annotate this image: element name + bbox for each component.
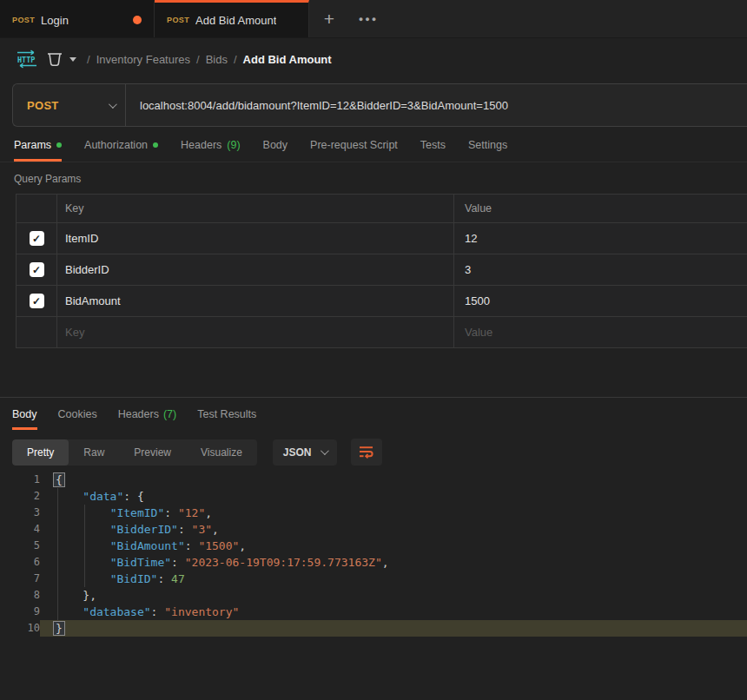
response-tab-headers[interactable]: Headers(7): [118, 408, 177, 430]
code-token: [56, 572, 110, 585]
code-line: 8 },: [0, 587, 747, 604]
collection-icon[interactable]: [45, 50, 64, 68]
param-key-cell[interactable]: ItemID: [57, 223, 454, 254]
code-token: ,: [239, 539, 246, 552]
new-tab-button[interactable]: +: [309, 0, 349, 37]
table-body: ✓ItemID12✓BidderID3✓BidAmount1500: [17, 223, 747, 317]
breadcrumb-separator: /: [87, 53, 90, 66]
breadcrumb-segment[interactable]: Inventory Features: [96, 53, 190, 66]
breadcrumb-segment[interactable]: Bids: [206, 53, 228, 66]
query-params-label: Query Params: [0, 162, 747, 194]
breadcrumb-segment[interactable]: Add Bid Amount: [243, 53, 332, 66]
code-token: : {: [123, 490, 143, 503]
tab-label: Body: [263, 139, 288, 151]
indent-guide: [57, 488, 58, 620]
checkbox-column-header: [17, 195, 57, 222]
code-token: "inventory": [164, 605, 239, 618]
tab-body[interactable]: Body: [263, 139, 288, 162]
line-number: 8: [0, 587, 40, 604]
tab-title: Add Bid Amount: [195, 14, 276, 27]
value-placeholder: Value: [465, 326, 492, 339]
code-token: :: [171, 556, 185, 569]
key-input[interactable]: Key: [57, 317, 454, 347]
param-value-cell[interactable]: 1500: [454, 286, 747, 316]
wrap-lines-icon: [359, 446, 374, 459]
param-key: BidAmount: [65, 294, 121, 307]
more-options-button[interactable]: ●●●: [349, 0, 387, 37]
param-key-cell[interactable]: BidAmount: [57, 286, 454, 316]
code-line: 1{: [0, 472, 747, 488]
checked-checkbox[interactable]: ✓: [30, 231, 44, 246]
tab-params[interactable]: Params: [14, 139, 62, 162]
tab-settings[interactable]: Settings: [468, 139, 507, 162]
tab-label: Pre-request Script: [310, 139, 398, 151]
code-token: [56, 490, 83, 503]
code-line-content: "data": {: [40, 488, 747, 505]
view-mode-visualize[interactable]: Visualize: [186, 439, 257, 466]
url-bar: POST localhost:8004/add/bidamount?ItemID…: [12, 83, 747, 127]
code-token: "12": [178, 506, 205, 519]
tab-tests[interactable]: Tests: [420, 139, 446, 162]
checkbox-cell: ✓: [17, 223, 57, 254]
value-column-header: Value: [454, 195, 747, 222]
code-token: [56, 605, 83, 618]
view-mode-raw[interactable]: Raw: [69, 439, 119, 466]
method-label: POST: [27, 99, 102, 112]
view-mode-pretty[interactable]: Pretty: [12, 439, 69, 466]
value-input[interactable]: Value: [454, 317, 747, 347]
response-body-editor[interactable]: 1{2 "data": {3 "ItemID": "12",4 "BidderI…: [0, 472, 747, 700]
code-line-content: },: [40, 587, 747, 604]
breadcrumb-separator: /: [196, 53, 200, 66]
response-section: BodyCookiesHeaders(7)Test Results Pretty…: [0, 397, 747, 700]
breadcrumb: /Inventory Features/Bids/Add Bid Amount: [87, 53, 332, 66]
spacer: [0, 348, 747, 397]
request-tab[interactable]: POSTAdd Bid Amount: [155, 0, 309, 37]
tab-label: Headers: [118, 408, 159, 420]
request-tab[interactable]: POSTLogin: [0, 0, 155, 37]
response-tab-cookies[interactable]: Cookies: [58, 408, 97, 430]
language-select[interactable]: JSON: [273, 439, 337, 466]
checked-checkbox[interactable]: ✓: [30, 262, 44, 277]
tab-authorization[interactable]: Authorization: [84, 139, 158, 162]
code-token: ,: [205, 506, 212, 519]
code-token: "BidderID": [110, 523, 178, 536]
tab-label: Cookies: [58, 408, 97, 420]
param-key-cell[interactable]: BidderID: [57, 254, 454, 285]
query-params-table: Key Value ✓ItemID12✓BidderID3✓BidAmount1…: [16, 194, 747, 348]
param-value-cell[interactable]: 3: [454, 254, 747, 285]
chevron-down-icon: [321, 446, 329, 455]
param-value: 3: [465, 263, 471, 276]
param-value: 12: [465, 232, 477, 245]
code-token: "ItemID": [110, 506, 165, 519]
code-line-content: "BidTime": "2023-06-19T09:17:59.773163Z"…: [40, 554, 747, 571]
response-tab-body[interactable]: Body: [12, 408, 37, 430]
http-request-icon: HTTP: [16, 50, 38, 69]
code-token: :: [164, 506, 178, 519]
tab-method-label: POST: [12, 16, 35, 24]
checked-checkbox[interactable]: ✓: [30, 294, 44, 308]
line-number: 7: [0, 571, 40, 587]
tab-strip: POSTLoginPOSTAdd Bid Amount: [0, 0, 309, 37]
line-number: 4: [0, 521, 40, 538]
tab-headers[interactable]: Headers(9): [181, 139, 241, 162]
tab-label: Test Results: [197, 408, 256, 420]
tab-pre-request-script[interactable]: Pre-request Script: [310, 139, 398, 162]
line-number: 3: [0, 505, 40, 521]
collection-dropdown-caret[interactable]: [69, 57, 76, 62]
wrap-lines-button[interactable]: [351, 439, 382, 466]
param-value-cell[interactable]: 12: [454, 223, 747, 254]
code-line-content: "BidderID": "3",: [40, 521, 747, 538]
response-tab-test-results[interactable]: Test Results: [197, 408, 256, 430]
more-icon: ●●●: [359, 15, 378, 23]
tab-label: Settings: [468, 139, 507, 151]
view-mode-preview[interactable]: Preview: [119, 439, 186, 466]
method-select[interactable]: POST: [13, 84, 126, 126]
code-line: 10}: [0, 620, 747, 637]
url-input[interactable]: localhost:8004/add/bidamount?ItemID=12&B…: [126, 84, 747, 126]
code-line-content: }: [40, 620, 747, 637]
tab-label: Params: [14, 139, 51, 151]
code-token: "3": [192, 523, 212, 536]
line-number: 9: [0, 604, 40, 620]
tab-title: Login: [41, 14, 69, 27]
green-status-dot: [153, 142, 158, 148]
